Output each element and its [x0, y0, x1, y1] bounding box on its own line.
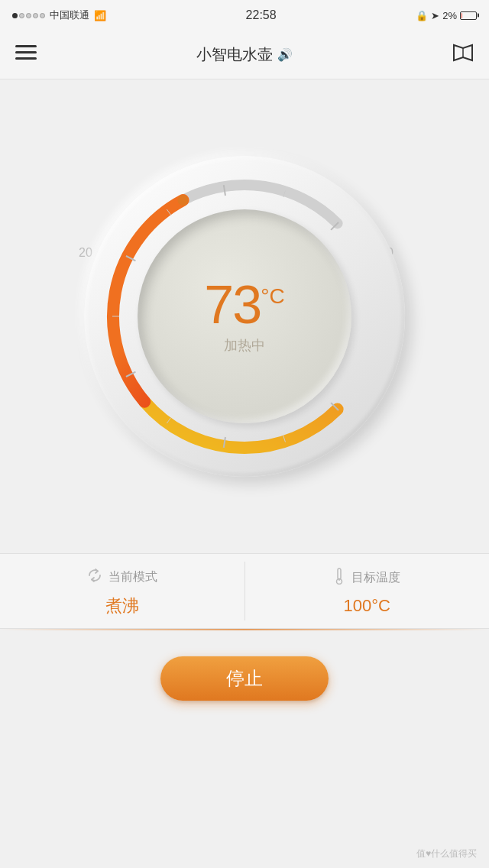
lock-icon: 🔒	[416, 10, 428, 21]
battery-label: 2%	[442, 10, 457, 21]
svg-rect-1	[15, 51, 37, 53]
wifi-icon: 📶	[94, 10, 106, 21]
location-icon: ➤	[431, 10, 439, 21]
temperature-unit: °C	[261, 286, 284, 307]
temperature-value: 73	[204, 278, 261, 332]
signal-dots	[12, 13, 45, 18]
carrier-label: 中国联通	[50, 8, 89, 22]
mode-icon	[87, 568, 102, 587]
mode-value: 煮沸	[105, 594, 139, 617]
target-value: 100°C	[344, 596, 390, 616]
sound-icon: 🔊	[277, 47, 293, 62]
svg-rect-16	[338, 568, 341, 579]
gauge-container: 73 °C 加热中	[84, 156, 405, 477]
nav-bar: 小智电水壶 🔊	[0, 31, 489, 79]
signal-dot-1	[12, 13, 18, 18]
thermometer-icon	[333, 568, 345, 588]
main-content: 0 20 40 60 80 100 73 °C	[0, 79, 489, 728]
stop-button[interactable]: 停止	[160, 656, 329, 701]
signal-dot-4	[33, 13, 38, 18]
button-area: 停止	[0, 629, 489, 728]
nav-title: 小智电水壶 🔊	[196, 44, 293, 65]
target-cell[interactable]: 目标温度 100°C	[245, 554, 490, 628]
signal-dot-5	[40, 13, 45, 18]
watermark: 值♥什么值得买	[416, 847, 477, 860]
signal-dot-2	[19, 13, 24, 18]
signal-dot-3	[26, 13, 31, 18]
gauge-area: 0 20 40 60 80 100 73 °C	[0, 79, 489, 553]
status-left: 中国联通 📶	[12, 8, 106, 22]
time-display: 22:58	[246, 8, 277, 22]
book-icon[interactable]	[452, 44, 474, 66]
menu-icon[interactable]	[15, 45, 37, 65]
mode-cell[interactable]: 当前模式 煮沸	[0, 554, 244, 628]
info-panel: 当前模式 煮沸 目标温度 100°C	[0, 553, 489, 629]
svg-rect-2	[15, 57, 37, 60]
temperature-status: 加热中	[224, 336, 265, 355]
mode-label: 当前模式	[108, 569, 157, 585]
status-bar: 中国联通 📶 22:58 🔒 ➤ 2%	[0, 0, 489, 31]
gauge-inner[interactable]: 73 °C 加热中	[138, 209, 351, 423]
svg-point-15	[178, 195, 189, 206]
status-right: 🔒 ➤ 2%	[416, 10, 477, 21]
battery-icon	[460, 11, 477, 20]
nav-title-text: 小智电水壶	[196, 44, 273, 65]
battery-fill	[461, 13, 462, 18]
target-label: 目标温度	[351, 570, 400, 586]
svg-rect-0	[15, 45, 37, 47]
mode-header: 当前模式	[87, 568, 157, 587]
target-header: 目标温度	[333, 568, 400, 588]
